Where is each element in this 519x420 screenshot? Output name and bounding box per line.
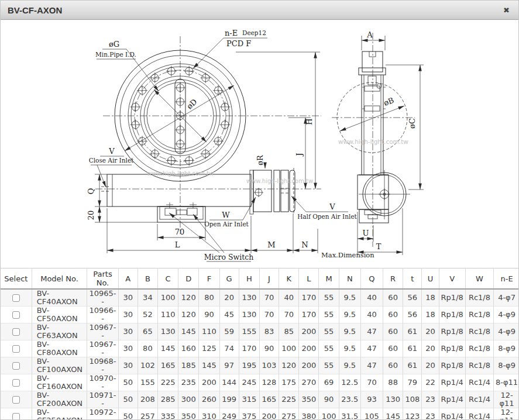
value-cell: 40 <box>360 307 383 323</box>
value-cell: 50 <box>118 408 138 420</box>
model-cell: BV-CF50AXON <box>32 307 87 323</box>
column-header: C <box>157 268 178 290</box>
column-header: G <box>219 268 239 290</box>
row-checkbox[interactable] <box>12 413 20 420</box>
value-cell: Rc1/4 <box>465 374 493 391</box>
value-cell: 8-φ11 <box>494 374 519 391</box>
label-70: 70 <box>175 228 185 236</box>
value-cell: Rc1/4 <box>465 391 493 408</box>
select-cell <box>1 340 32 357</box>
label-micro-switch: Micro Switch <box>204 253 254 261</box>
value-cell: 130 <box>239 289 259 307</box>
value-cell: 145 <box>199 357 219 374</box>
row-checkbox[interactable] <box>12 311 20 319</box>
value-cell: 10970-- <box>87 374 118 391</box>
value-cell: 97 <box>219 357 239 374</box>
close-icon[interactable]: ✖ <box>503 6 510 14</box>
label-oc: øC <box>408 118 417 129</box>
value-cell: 10968-- <box>87 357 118 374</box>
value-cell: 90 <box>259 340 279 357</box>
label-og-sub: Min.Pipe I.D. <box>95 51 136 58</box>
label-n: N <box>301 240 308 249</box>
value-cell: 195 <box>239 357 259 374</box>
label-ne: n-E <box>225 29 238 37</box>
value-cell: 130 <box>157 323 178 340</box>
value-cell: 270 <box>299 374 319 391</box>
table-row: BV-CF50AXON10966--3052110120904513070701… <box>1 307 519 323</box>
label-v-half-sub: Half Open Air Inlet <box>297 213 357 220</box>
value-cell: 47 <box>360 357 383 374</box>
value-cell: 208 <box>138 391 157 408</box>
value-cell: Rp1/8 <box>439 289 465 307</box>
column-header: M <box>319 268 339 290</box>
watermark: www.high-light.com.tw <box>246 178 313 184</box>
column-header: A <box>118 268 138 290</box>
column-header: R <box>383 268 403 290</box>
value-cell: 88 <box>383 374 403 391</box>
table-row: BV-CF250AXON10972--502573353503102493752… <box>1 408 519 420</box>
value-cell: 90 <box>319 391 339 408</box>
value-cell: 10967-- <box>87 323 118 340</box>
value-cell: 85 <box>279 323 299 340</box>
model-cell: BV-CF100AXON <box>32 357 87 374</box>
dimension-table: SelectModel No.Parts No.ABCDFGHJKLMNQRtU… <box>1 268 519 420</box>
value-cell: 12-φ11 <box>494 391 519 408</box>
value-cell: 144 <box>219 374 239 391</box>
table-row: BV-CF80AXON10967--3080145160125741709010… <box>1 340 519 357</box>
value-cell: 60 <box>383 323 403 340</box>
value-cell: 18 <box>422 307 439 323</box>
label-20: 20 <box>87 211 95 221</box>
value-cell: 59 <box>219 323 239 340</box>
value-cell: 120 <box>178 289 199 307</box>
value-cell: 285 <box>157 391 178 408</box>
value-cell: 9.5 <box>339 307 360 323</box>
value-cell: 10967-- <box>87 340 118 357</box>
value-cell: 55 <box>319 289 339 307</box>
value-cell: 34 <box>138 289 157 307</box>
table-row: BV-CF160AXON10970--501552252352001442451… <box>1 374 519 391</box>
row-checkbox[interactable] <box>12 379 20 387</box>
value-cell: 257 <box>138 408 157 420</box>
value-cell: 8-φ9 <box>494 340 519 357</box>
value-cell: 260 <box>199 391 219 408</box>
label-q: Q <box>87 188 95 195</box>
value-cell: 23 <box>422 391 439 408</box>
value-cell: 60 <box>383 289 403 307</box>
row-checkbox[interactable] <box>12 396 20 404</box>
value-cell: 335 <box>157 408 178 420</box>
row-checkbox[interactable] <box>12 328 20 336</box>
value-cell: 93 <box>360 391 383 408</box>
row-checkbox[interactable] <box>12 345 20 353</box>
value-cell: 200 <box>259 408 279 420</box>
select-cell <box>1 391 32 408</box>
value-cell: 56 <box>403 307 422 323</box>
column-header: N <box>339 268 360 290</box>
value-cell: 9.5 <box>339 289 360 307</box>
select-cell <box>1 323 32 340</box>
value-cell: 145 <box>157 340 178 357</box>
value-cell: 10965-- <box>87 289 118 307</box>
title-bar: BV-CF-AXON ✖ <box>1 1 518 20</box>
value-cell: 100 <box>319 408 339 420</box>
value-cell: Rp1/8 <box>439 307 465 323</box>
value-cell: 125 <box>199 340 219 357</box>
label-a: A <box>366 30 373 39</box>
header-row: SelectModel No.Parts No.ABCDFGHJKLMNQRtU… <box>1 268 519 290</box>
value-cell: 4-φ9 <box>494 323 519 340</box>
value-cell: Rp1/8 <box>439 323 465 340</box>
value-cell: 12.5 <box>339 374 360 391</box>
value-cell: 20 <box>422 323 439 340</box>
value-cell: 90 <box>199 307 219 323</box>
value-cell: 79 <box>403 374 422 391</box>
value-cell: 55 <box>319 357 339 374</box>
row-checkbox[interactable] <box>12 362 20 370</box>
value-cell: 315 <box>239 391 259 408</box>
value-cell: 22 <box>422 374 439 391</box>
value-cell: 60 <box>383 340 403 357</box>
value-cell: 20 <box>422 340 439 357</box>
value-cell: 10966-- <box>87 307 118 323</box>
column-header: V <box>439 268 465 290</box>
value-cell: 249 <box>219 408 239 420</box>
row-checkbox[interactable] <box>12 294 20 302</box>
model-cell: BV-CF200AXON <box>32 391 87 408</box>
